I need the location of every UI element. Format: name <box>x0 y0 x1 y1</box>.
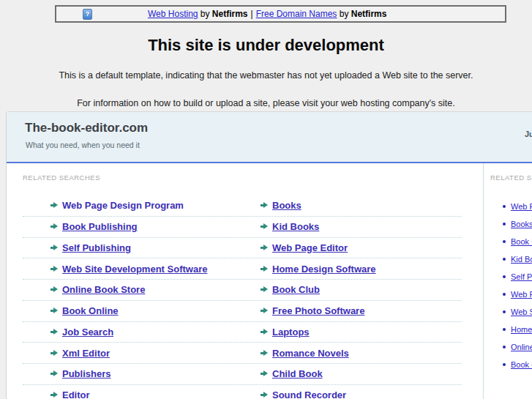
related-search-link[interactable]: Book Club <box>272 284 320 295</box>
panel-content: RELATED SEARCHES Web Page Design Program… <box>7 163 532 399</box>
related-search-cell: Romance Novels <box>233 348 462 359</box>
related-search-cell: Home Design Software <box>233 264 462 275</box>
sidebar-search-item: Web Site Development Software <box>484 303 532 321</box>
related-searches-label: RELATED SEARCHES <box>23 174 100 182</box>
arrow-right-icon <box>261 392 268 398</box>
bullet-icon <box>503 346 506 348</box>
related-search-row: Editor Sound Recorder <box>23 385 462 399</box>
arrow-right-icon <box>261 223 268 230</box>
header-note-clipped: Ju <box>525 130 532 138</box>
sidebar-search-item: Home Design Software <box>484 321 532 338</box>
related-search-link[interactable]: Book Publishing <box>62 221 138 232</box>
related-search-link[interactable]: Web Page Editor <box>272 242 348 253</box>
domain-tagline: What you need, when you need it <box>26 141 140 149</box>
related-search-cell: Self Publishing <box>23 242 233 253</box>
arrow-right-icon <box>50 350 58 357</box>
related-search-link[interactable]: Child Book <box>272 368 323 379</box>
hosting-banner: ? Web Hosting by Netfirms|Free Domain Na… <box>55 5 506 23</box>
brand-name: Netfirms <box>351 9 387 19</box>
arrow-right-icon <box>50 202 58 209</box>
related-search-link[interactable]: Editor <box>62 389 90 399</box>
related-search-row: Self Publishing Web Page Editor <box>23 238 462 259</box>
related-search-cell: Publishers <box>23 368 233 379</box>
separator: | <box>248 9 256 19</box>
sidebar-search-link[interactable]: Online Book Store <box>511 343 532 351</box>
related-search-link[interactable]: Web Page Design Program <box>62 200 184 211</box>
arrow-right-icon <box>261 370 268 377</box>
sidebar-related-searches-label: RELATED SEARCHES <box>490 174 532 182</box>
panel-header: The-book-editor.com What you need, when … <box>7 112 532 163</box>
bullet-icon <box>503 293 506 296</box>
sidebar-search-link[interactable]: Kid Books <box>511 255 532 264</box>
bullet-icon <box>503 328 506 331</box>
sidebar-search-link[interactable]: Web Page Editor <box>511 290 532 299</box>
free-domain-names-link[interactable]: Free Domain Names <box>256 9 337 19</box>
arrow-right-icon <box>50 286 58 293</box>
related-search-link[interactable]: Book Online <box>62 305 119 316</box>
arrow-right-icon <box>50 223 58 230</box>
sidebar-search-link[interactable]: Home Design Software <box>511 325 532 334</box>
sidebar-search-link[interactable]: Book Publishing <box>511 237 532 246</box>
sidebar-search-item: Web Page Editor <box>484 286 532 303</box>
sidebar-search-item: Self Publishing <box>484 268 532 286</box>
related-search-row: Book Publishing Kid Books <box>23 217 462 238</box>
related-search-cell: Book Online <box>23 305 233 316</box>
bullet-icon <box>503 310 506 313</box>
related-search-cell: Web Page Editor <box>233 242 462 253</box>
related-search-cell: Kid Books <box>233 221 462 232</box>
sidebar-search-link[interactable]: Web Site Development Software <box>511 307 532 316</box>
related-search-row: Online Book Store Book Club <box>23 280 462 301</box>
arrow-right-icon <box>261 307 268 314</box>
related-search-cell: Book Club <box>233 284 462 295</box>
domain-title: The-book-editor.com <box>25 121 148 135</box>
related-search-link[interactable]: Sound Recorder <box>272 389 346 399</box>
arrow-right-icon <box>50 266 58 272</box>
related-search-cell: Xml Editor <box>23 348 233 359</box>
related-search-cell: Web Page Design Program <box>23 200 233 211</box>
arrow-right-icon <box>261 286 268 293</box>
sidebar-search-item: Web Page Design Program <box>484 198 532 215</box>
bullet-icon <box>503 258 506 261</box>
related-search-cell: Child Book <box>233 368 462 379</box>
by-text: by <box>201 9 210 19</box>
related-search-link[interactable]: Publishers <box>62 368 110 379</box>
related-search-row: Xml Editor Romance Novels <box>23 343 462 364</box>
by-text: by <box>340 9 349 19</box>
related-search-row: Book Online Free Photo Software <box>23 301 462 322</box>
related-search-link[interactable]: Job Search <box>62 327 113 338</box>
related-search-row: Web Site Development Software Home Desig… <box>23 258 462 280</box>
sidebar-search-item: Online Book Store <box>484 338 532 356</box>
bullet-icon <box>503 240 506 243</box>
arrow-right-icon <box>50 307 58 314</box>
related-search-link[interactable]: Kid Books <box>272 221 319 232</box>
related-search-cell: Online Book Store <box>23 284 233 295</box>
related-search-row: Web Page Design Program Books <box>23 195 462 217</box>
related-search-cell: Laptops <box>233 327 462 338</box>
arrow-right-icon <box>261 202 268 209</box>
sidebar-search-link[interactable]: Self Publishing <box>511 272 532 281</box>
related-search-row: Publishers Child Book <box>23 364 462 385</box>
related-search-cell: Editor <box>23 389 233 399</box>
related-search-link[interactable]: Laptops <box>272 327 310 338</box>
related-search-link[interactable]: Home Design Software <box>272 264 376 275</box>
related-search-link[interactable]: Self Publishing <box>62 242 131 253</box>
related-search-link[interactable]: Web Site Development Software <box>62 264 207 275</box>
related-searches-sidebar: RELATED SEARCHES Web Page Design Program… <box>483 163 532 399</box>
sidebar-search-item: Book Club <box>484 356 532 373</box>
related-search-link[interactable]: Free Photo Software <box>272 305 364 316</box>
arrow-right-icon <box>261 245 268 251</box>
related-search-link[interactable]: Online Book Store <box>62 284 145 295</box>
bullet-icon <box>503 275 506 278</box>
arrow-right-icon <box>261 329 268 335</box>
related-search-link[interactable]: Romance Novels <box>272 348 349 359</box>
arrow-right-icon <box>261 266 268 272</box>
arrow-right-icon <box>50 329 58 335</box>
broken-image-icon: ? <box>83 9 92 20</box>
sidebar-search-link[interactable]: Web Page Design Program <box>511 202 532 211</box>
web-hosting-link[interactable]: Web Hosting <box>148 9 198 19</box>
related-search-link[interactable]: Books <box>272 200 301 211</box>
sidebar-search-link[interactable]: Books <box>511 220 532 228</box>
related-search-link[interactable]: Xml Editor <box>62 348 110 359</box>
related-search-cell: Book Publishing <box>23 221 233 232</box>
sidebar-search-link[interactable]: Book Club <box>511 360 532 369</box>
